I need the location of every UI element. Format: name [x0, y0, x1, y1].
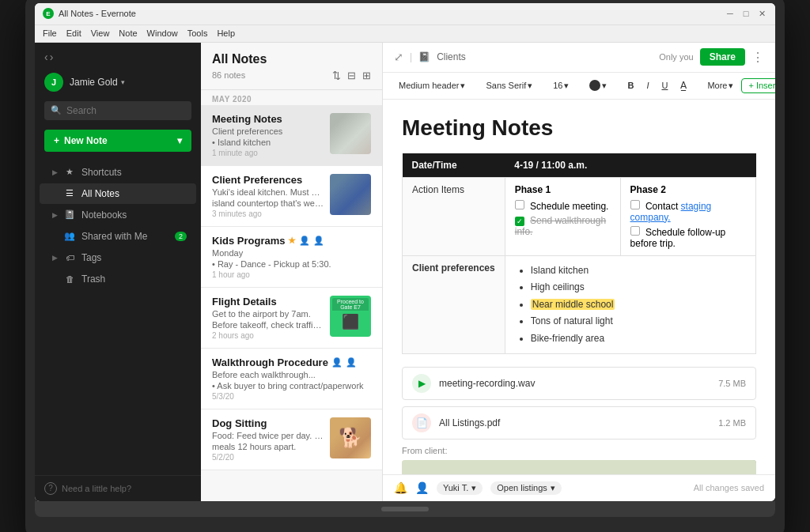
pref-item-5: Bike-friendly area [531, 330, 746, 348]
sort-icon[interactable]: ⇅ [332, 70, 341, 81]
menu-window[interactable]: Window [147, 28, 178, 38]
note-title: Dog Sitting [212, 417, 324, 429]
note-time: 3 minutes ago [212, 209, 324, 218]
menu-tools[interactable]: Tools [187, 28, 208, 38]
user-section[interactable]: J Jamie Gold ▾ [35, 68, 201, 96]
note-item-kids[interactable]: Kids Programs ★ 👤 👤 Monday • Ray - Dance… [201, 227, 382, 288]
notes-list-title: All Notes [212, 52, 371, 66]
breadcrumb: Clients [437, 51, 466, 62]
font-family-dropdown[interactable]: Sans Serif ▾ [481, 79, 537, 92]
editor-content[interactable]: Meeting Notes Date/Time 4-19 / 11:00 a.m… [383, 100, 775, 474]
note-item-flight[interactable]: Flight Details Get to the airport by 7am… [201, 288, 382, 349]
underline-button[interactable]: U [657, 79, 672, 92]
text-style-dropdown[interactable]: Medium header ▾ [394, 79, 470, 92]
save-status: All changes saved [694, 483, 764, 492]
minimize-button[interactable]: ─ [725, 8, 736, 19]
window-controls[interactable]: ─ □ ✕ [725, 8, 767, 19]
user-tag[interactable]: Yuki T. ▾ [437, 481, 483, 495]
checkbox-unchecked[interactable] [630, 226, 640, 236]
note-time: 2 hours ago [212, 331, 324, 340]
sidebar-item-all-notes[interactable]: ▶ ☰ All Notes [40, 183, 196, 204]
note-time: 1 minute ago [212, 149, 324, 157]
maximize-button[interactable]: □ [740, 8, 751, 19]
phase1-item-1: Schedule meeting. [515, 200, 611, 212]
menu-view[interactable]: View [91, 28, 110, 38]
attachment-name: All Listings.pdf [439, 417, 710, 428]
sidebar-label: Tags [81, 252, 101, 263]
note-preview-2: island countertop that's well lit from..… [212, 198, 324, 208]
sidebar-label: Shared with Me [81, 231, 147, 242]
menu-edit[interactable]: Edit [66, 28, 81, 38]
forward-arrow[interactable]: › [50, 51, 54, 63]
more-format-dropdown[interactable]: More ▾ [702, 79, 738, 92]
nav-arrows: ‹ › [44, 51, 53, 63]
note-preview-1: Food: Feed twice per day. Space [212, 431, 324, 440]
note-thumbnail: Proceed to Gate E7 ⬛ [330, 296, 371, 337]
window-title: All Notes - Evernote [59, 9, 136, 18]
editor-bottom-bar: 🔔 👤 Yuki T. ▾ Open listings ▾ All change… [383, 474, 775, 501]
grid-icon[interactable]: ⊞ [362, 70, 371, 81]
note-title: Meeting Notes [212, 113, 324, 125]
font-size-dropdown[interactable]: 16 ▾ [548, 79, 573, 92]
color-picker[interactable]: ▾ [585, 78, 611, 92]
close-button[interactable]: ✕ [756, 8, 767, 19]
attachment-size: 7.5 MB [718, 379, 746, 388]
note-item-walkthrough[interactable]: Walkthrough Procedure 👤 👤 Before each wa… [201, 349, 382, 409]
note-item-dog[interactable]: Dog Sitting Food: Feed twice per day. Sp… [201, 409, 382, 470]
new-note-button[interactable]: + New Note ▾ [44, 130, 191, 152]
bold-button[interactable]: B [623, 79, 638, 92]
sidebar-label: Trash [81, 274, 105, 285]
room-image [402, 460, 756, 474]
person-icon[interactable]: 👤 [415, 481, 429, 494]
note-preview-2: meals 12 hours apart. [212, 442, 324, 451]
note-item-meeting[interactable]: Meeting Notes Client preferences • Islan… [201, 105, 382, 166]
new-note-label: New Note [64, 135, 108, 146]
search-bar[interactable]: 🔍 [44, 101, 191, 120]
client-pref-list: Island kitchen High ceilings Near middle… [515, 262, 746, 348]
menu-file[interactable]: File [43, 28, 57, 38]
italic-button[interactable]: I [642, 79, 653, 92]
more-options-button[interactable]: ⋮ [751, 50, 764, 65]
expand-icon[interactable]: ⤢ [394, 51, 403, 63]
phase2-label: Phase 2 [630, 184, 746, 195]
insert-button[interactable]: + Insert ▾ [741, 78, 775, 93]
search-icon: 🔍 [51, 105, 62, 115]
menu-note[interactable]: Note [119, 28, 137, 38]
open-listings-button[interactable]: Open listings ▾ [490, 481, 562, 495]
help-label: Need a little help? [62, 484, 131, 493]
sidebar-item-tags[interactable]: ▶ 🏷 Tags [40, 247, 196, 268]
sharing-status: Only you [659, 52, 693, 62]
sidebar-item-shortcuts[interactable]: ▶ ★ Shortcuts [40, 162, 196, 183]
attachment-audio[interactable]: ▶ meeting-recording.wav 7.5 MB [402, 367, 756, 400]
checkbox-unchecked[interactable] [630, 200, 640, 209]
search-input[interactable] [66, 105, 185, 116]
checkbox-checked[interactable]: ✓ [515, 217, 524, 226]
help-link[interactable]: ? Need a little help? [44, 482, 191, 495]
bell-icon[interactable]: 🔔 [394, 481, 407, 494]
attachment-pdf[interactable]: 📄 All Listings.pdf 1.2 MB [402, 406, 756, 440]
person-icon-2: 👤 [346, 357, 357, 368]
note-content: Walkthrough Procedure 👤 👤 Before each wa… [212, 357, 371, 401]
notes-actions: ⇅ ⊟ ⊞ [332, 70, 371, 81]
share-button[interactable]: Share [700, 48, 745, 66]
sidebar-item-trash[interactable]: ▶ 🗑 Trash [40, 269, 196, 289]
sidebar-nav: ▶ ★ Shortcuts ▶ ☰ All Notes ▶ 📓 Notebook… [35, 161, 201, 290]
sidebar-item-shared[interactable]: ▶ 👥 Shared with Me 2 [40, 226, 196, 247]
staging-company-link[interactable]: staging company. [630, 201, 712, 223]
chevron-down-icon: ▾ [471, 483, 476, 493]
text-highlight-button[interactable]: A̲ [676, 78, 691, 92]
note-item-client-pref[interactable]: Client Preferences Yuki's ideal kitchen.… [201, 166, 382, 227]
pref-item-4: Tons of natural light [531, 313, 746, 330]
sidebar-item-notebooks[interactable]: ▶ 📓 Notebooks [40, 205, 196, 225]
note-title: Flight Details [212, 296, 324, 308]
phase1-item-2: ✓ Send walkthrough info. [515, 215, 611, 237]
note-thumbnail [330, 113, 371, 154]
breadcrumb-sep: | [410, 51, 412, 62]
checkbox-unchecked[interactable] [515, 200, 524, 209]
laptop-bottom [35, 501, 775, 517]
filter-icon[interactable]: ⊟ [347, 70, 356, 81]
attachment-name: meeting-recording.wav [439, 378, 710, 389]
strikethrough-text: Send walkthrough info. [515, 215, 606, 237]
menu-help[interactable]: Help [217, 28, 235, 38]
back-arrow[interactable]: ‹ [44, 51, 48, 63]
